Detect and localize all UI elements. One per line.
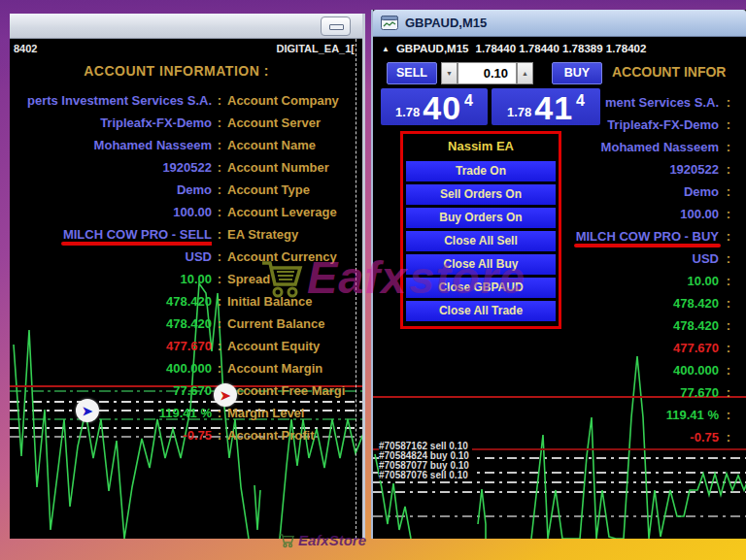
buy-price-display[interactable]: 1.78 41 4 xyxy=(492,88,600,125)
account-value: 100.00 xyxy=(680,203,719,225)
ea-action-button[interactable]: Buy Orders On xyxy=(406,208,556,228)
account-label: Account Type xyxy=(227,179,362,201)
account-label: Current Balance xyxy=(227,313,362,335)
account-label: Account Profit xyxy=(227,424,362,446)
ea-action-button[interactable]: Close All Sell xyxy=(406,231,556,251)
collapse-arrow-icon[interactable]: ▲ xyxy=(382,45,390,53)
ea-panel-title: Nassim EA xyxy=(406,135,556,158)
account-value: 478.420 xyxy=(673,292,719,314)
account-label: Account Leverage xyxy=(227,201,362,223)
buy-price-big: 41 xyxy=(534,92,573,123)
separator-colon: : xyxy=(212,313,227,335)
ea-action-button[interactable]: Trade On xyxy=(406,161,556,181)
sell-price-prefix: 1.78 xyxy=(395,102,420,123)
left-chart-area: 8402 DIGITAL_EA_1[ ACCOUNT INFORMATION :… xyxy=(10,39,362,539)
buy-button[interactable]: BUY xyxy=(552,62,602,84)
separator-colon: : xyxy=(212,179,227,201)
sell-price-display[interactable]: 1.78 40 4 xyxy=(381,88,488,125)
window-title: GBPAUD,M15 xyxy=(405,16,487,30)
account-info-row: 477.670 : Account Equity xyxy=(10,335,362,357)
separator-colon: : xyxy=(212,290,227,313)
right-window-titlebar: GBPAUD,M15 xyxy=(373,10,746,37)
ea-action-button[interactable]: Close GBPAUD xyxy=(406,278,556,298)
separator-colon: : xyxy=(719,292,730,314)
separator-colon: : xyxy=(719,337,730,359)
account-value: Mohamed Nasseem xyxy=(601,136,719,158)
buy-price-prefix: 1.78 xyxy=(507,102,531,123)
account-info-row: 77.670 : Account Free Margi xyxy=(10,379,362,402)
account-label: Initial Balance xyxy=(227,290,362,313)
account-label: Account Margin xyxy=(227,357,362,379)
ea-action-button[interactable]: Close All Trade xyxy=(406,301,556,321)
account-value: -0.75 xyxy=(183,424,212,446)
account-value: Tripleafx-FX-Demo xyxy=(607,114,719,136)
account-label: Account Name xyxy=(227,134,362,156)
account-info-table: perts Investment Services S.A. : Account… xyxy=(10,89,362,446)
separator-colon: : xyxy=(719,426,730,448)
account-label: Account Currency xyxy=(227,246,362,268)
separator-colon: : xyxy=(212,268,227,290)
left-chart-window: 8402 DIGITAL_EA_1[ ACCOUNT INFORMATION :… xyxy=(10,14,365,539)
account-value: 478.420 xyxy=(166,313,212,335)
separator-colon: : xyxy=(212,156,227,179)
separator-colon: : xyxy=(719,158,730,181)
account-value: 77.670 xyxy=(173,379,212,402)
quote-ohlc: 1.78440 1.78440 1.78389 1.78402 xyxy=(475,43,646,54)
separator-colon: : xyxy=(719,181,730,203)
account-value: 119.41 % xyxy=(666,404,719,426)
account-value: Mohamed Nasseem xyxy=(94,134,212,156)
account-value: 1920522 xyxy=(669,158,719,181)
minimize-button[interactable] xyxy=(321,16,351,36)
separator-colon: : xyxy=(212,335,227,357)
separator-colon: : xyxy=(212,201,227,223)
separator-colon: : xyxy=(212,424,227,446)
account-value: Tripleafx-FX-Demo xyxy=(100,112,212,134)
account-value: 400.000 xyxy=(166,357,212,379)
account-info-title: ACCOUNT INFOR xyxy=(612,64,726,80)
account-value: 100.00 xyxy=(173,201,212,223)
account-info-row: 77.670 : xyxy=(373,381,730,404)
account-info-row: Tripleafx-FX-Demo : Account Server xyxy=(10,112,362,134)
separator-colon: : xyxy=(719,381,730,404)
separator-colon: : xyxy=(719,247,730,270)
account-value: 478.420 xyxy=(673,314,719,337)
sell-button[interactable]: SELL xyxy=(387,62,437,84)
account-info-row: 1920522 : Account Number xyxy=(10,156,362,179)
volume-input[interactable]: 0.10 xyxy=(458,62,517,84)
separator-colon: : xyxy=(719,203,730,225)
separator-colon: : xyxy=(212,223,227,246)
volume-decrease-button[interactable]: ▼ xyxy=(441,62,458,84)
account-value: USD xyxy=(693,247,719,270)
separator-colon: : xyxy=(719,114,730,136)
ea-button-list: Trade On Sell Orders On Buy Orders On Cl… xyxy=(406,161,556,321)
account-info-row: 478.420 : Current Balance xyxy=(10,313,362,335)
account-value: 477.670 xyxy=(166,335,212,357)
account-info-row: 400.000 : xyxy=(373,359,730,381)
chart-window-icon xyxy=(381,16,398,30)
volume-increase-button[interactable]: ▲ xyxy=(517,62,533,84)
separator-colon: : xyxy=(212,134,227,156)
trade-annotation: #70587076 sell 0.10 xyxy=(379,471,472,480)
account-label: Account Equity xyxy=(227,335,362,357)
sell-price-big: 40 xyxy=(423,92,461,123)
separator-colon: : xyxy=(212,357,227,379)
separator-colon: : xyxy=(212,112,227,134)
left-window-titlebar xyxy=(10,14,362,39)
account-info-row: Demo : Account Type xyxy=(10,179,362,201)
account-label: Margin Level xyxy=(227,402,362,424)
account-value: MILCH COW PRO - BUY xyxy=(576,225,719,247)
open-trades-list: #70587162 sell 0.10 #70584824 buy 0.10 #… xyxy=(379,442,473,480)
account-value: 77.670 xyxy=(680,381,719,404)
buy-price-pip: 4 xyxy=(576,92,585,110)
account-info-row: MILCH COW PRO - SELL : EA Strategy xyxy=(10,223,362,246)
account-value: Demo xyxy=(684,181,719,203)
separator-colon: : xyxy=(719,91,730,114)
ea-id-label: DIGITAL_EA_1[ xyxy=(277,43,355,54)
account-value: 400.000 xyxy=(673,359,719,381)
account-value: 477.670 xyxy=(673,337,719,359)
ea-action-button[interactable]: Sell Orders On xyxy=(406,184,556,205)
account-info-row: 100.00 : Account Leverage xyxy=(10,201,362,223)
account-info-row: -0.75 : Account Profit xyxy=(10,424,362,446)
ea-action-button[interactable]: Close All Buy xyxy=(406,254,556,275)
account-label: Spread xyxy=(227,268,362,290)
